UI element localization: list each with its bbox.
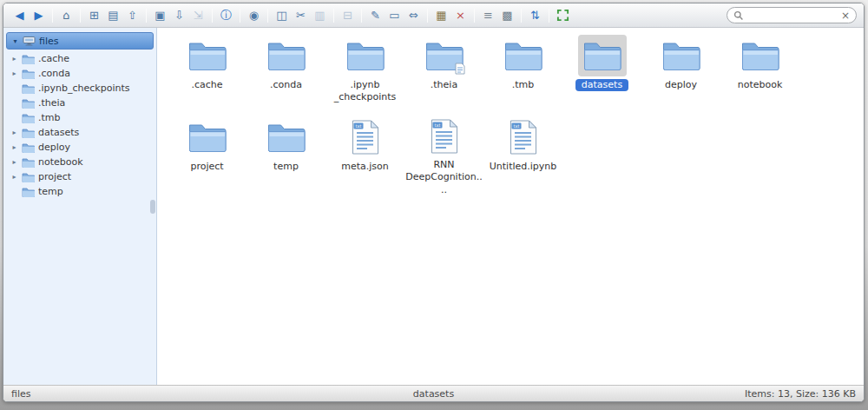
edit-icon: ▭ (389, 10, 399, 21)
statusbar: files datasets Items: 13, Size: 136 KB (3, 385, 864, 401)
folder-icon (22, 187, 35, 197)
open-button[interactable]: ▣ (151, 7, 169, 24)
file-item-theia[interactable]: .theia (404, 35, 483, 115)
resize-button[interactable]: ⇔ (404, 7, 423, 24)
expand-arrow-icon[interactable]: ▸ (10, 129, 18, 136)
sidebar-root-label: files (39, 36, 58, 47)
cut-button[interactable]: ✂ (292, 7, 310, 24)
file-item-label: deploy (665, 79, 697, 91)
new-file-button[interactable]: ▤ (104, 7, 122, 24)
file-item-notebook[interactable]: notebook (720, 35, 799, 115)
expand-arrow-icon[interactable]: ▸ (10, 143, 18, 151)
sidebar-item-label: temp (38, 186, 63, 197)
upload-button[interactable]: ⇧ (123, 7, 141, 24)
file-item-untitled-ipynb[interactable]: txtUntitled.ipynb (483, 116, 562, 196)
copy-button[interactable]: ◫ (273, 7, 291, 24)
resize-icon: ⇔ (409, 10, 418, 21)
folder-icon (262, 116, 311, 158)
file-item-ipynb-checkpoints[interactable]: .ipynb _checkpoints (326, 35, 404, 115)
sidebar-item-tmb[interactable]: ▸.tmb (3, 110, 156, 125)
search-icon[interactable] (733, 10, 744, 21)
file-item-meta-json[interactable]: txtmeta.json (326, 116, 404, 196)
preview-icon: ◉ (249, 10, 259, 21)
edit-button[interactable]: ▭ (385, 7, 404, 24)
info-button[interactable]: ⓘ (217, 7, 235, 24)
sidebar-item-label: datasets (38, 127, 79, 138)
view-list-button[interactable]: ≡ (479, 7, 497, 24)
delete-button[interactable]: × (451, 7, 470, 24)
file-item-deploy[interactable]: deploy (641, 35, 720, 115)
sort-button[interactable]: ⇅ (526, 7, 544, 24)
file-item-datasets[interactable]: datasets (562, 35, 641, 115)
search-input[interactable] (747, 10, 838, 21)
sidebar-item-cache[interactable]: ▸.cache (3, 51, 156, 66)
folder-icon (22, 157, 35, 168)
sidebar-item-files-root[interactable]: ▾ files (6, 32, 154, 50)
rename-button[interactable]: ✎ (366, 7, 385, 24)
file-item-rnn-deepcognition[interactable]: txtRNN DeepCognition.... (404, 116, 483, 196)
toolbar-separator (212, 9, 213, 23)
file-item-conda[interactable]: .conda (247, 35, 326, 115)
back-button[interactable]: ◀ (10, 7, 29, 24)
expand-arrow-icon[interactable]: ▸ (10, 173, 18, 181)
view-icons-button[interactable]: ▩ (498, 7, 516, 24)
toolbar-separator (549, 9, 549, 23)
file-item-tmb[interactable]: .tmb (483, 35, 562, 115)
text-file-icon: txt (499, 116, 548, 158)
folder-icon (183, 116, 232, 158)
folder-icon (22, 98, 35, 109)
toolbar-buttons: ◀▶⌂⊞▤⇧▣⇩⇲ⓘ◉◫✂▥⊟✎▭⇔▦×≡▩⇅ (10, 7, 572, 24)
svg-text:txt: txt (356, 123, 362, 129)
toolbar-separator (52, 9, 53, 23)
svg-text:txt: txt (514, 123, 520, 129)
new-folder-button[interactable]: ⊞ (85, 7, 103, 24)
expand-arrow-icon[interactable]: ▸ (10, 69, 18, 77)
folder-icon (183, 35, 232, 76)
sidebar-item-theia[interactable]: ▸.theia (3, 96, 156, 110)
file-grid[interactable]: .cache.conda.ipynb _checkpoints.theia.tm… (157, 28, 864, 385)
statusbar-items-info: Items: 13, Size: 136 KB (454, 388, 856, 400)
search-box: × (727, 7, 857, 23)
sidebar-item-label: deploy (38, 142, 70, 153)
sidebar-item-label: .theia (38, 97, 65, 109)
get-url-icon: ⇲ (194, 10, 203, 21)
file-manager-window: ◀▶⌂⊞▤⇧▣⇩⇲ⓘ◉◫✂▥⊟✎▭⇔▦×≡▩⇅ × ▾ files ▸.cach… (3, 3, 865, 402)
toolbar-separator (474, 9, 475, 23)
sidebar-item-temp[interactable]: ▸temp (3, 184, 156, 199)
expand-arrow-icon[interactable]: ▾ (11, 37, 19, 45)
download-button[interactable]: ⇩ (170, 7, 188, 24)
folder-icon (657, 35, 706, 76)
fullscreen-arrows-icon (556, 9, 569, 22)
sidebar-scrollbar-thumb[interactable] (150, 200, 155, 214)
sidebar-item-deploy[interactable]: ▸deploy (3, 140, 156, 155)
fullscreen-button[interactable] (554, 7, 572, 24)
file-item-project[interactable]: project (168, 116, 247, 196)
preview-button[interactable]: ◉ (245, 7, 263, 24)
toolbar-separator (427, 9, 428, 23)
forward-button[interactable]: ▶ (30, 7, 48, 24)
sidebar-item-notebook[interactable]: ▸notebook (3, 155, 156, 169)
file-item-cache[interactable]: .cache (168, 35, 247, 115)
rename-icon: ✎ (371, 10, 380, 21)
file-item-label: .ipynb _checkpoints (334, 79, 397, 104)
folder-icon (736, 35, 785, 76)
sidebar-item-ipynb-checkpoints[interactable]: ▸.ipynb_checkpoints (3, 81, 156, 96)
sidebar-item-datasets[interactable]: ▸datasets (3, 125, 156, 140)
sidebar-item-conda[interactable]: ▸.conda (3, 66, 156, 81)
folder-icon (22, 54, 35, 64)
clear-search-icon[interactable]: × (841, 10, 850, 21)
paste-icon: ▥ (314, 10, 325, 21)
archive-button[interactable]: ▦ (432, 7, 450, 24)
statusbar-path: files (11, 388, 413, 400)
file-item-label: meta.json (341, 161, 389, 173)
sidebar-item-project[interactable]: ▸project (3, 169, 156, 184)
paste-button: ▥ (311, 7, 329, 24)
home-button[interactable]: ⌂ (57, 7, 76, 24)
toolbar-separator (240, 9, 240, 23)
file-item-temp[interactable]: temp (247, 116, 326, 196)
file-item-label: Untitled.ipynb (490, 161, 557, 173)
expand-arrow-icon[interactable]: ▸ (10, 158, 18, 166)
expand-arrow-icon[interactable]: ▸ (10, 55, 18, 63)
toolbar-separator (267, 9, 268, 23)
file-item-label: .theia (431, 79, 457, 91)
